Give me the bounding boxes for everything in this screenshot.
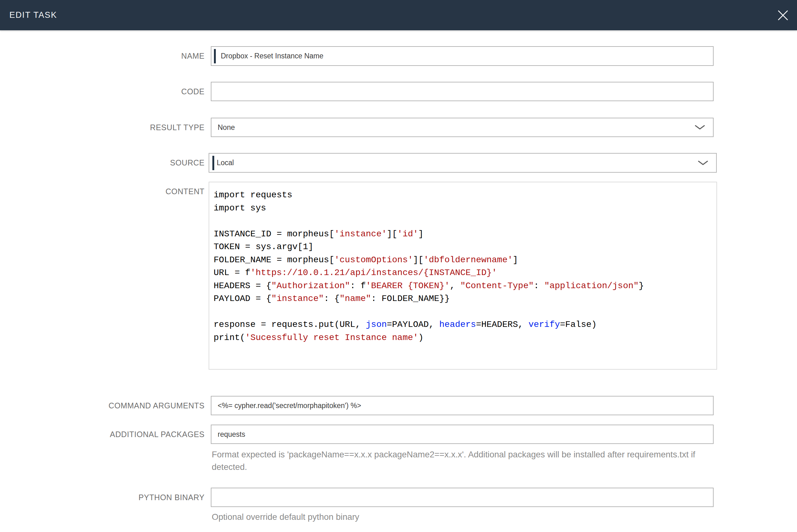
code-token: 'instance' — [334, 229, 387, 239]
code-label: CODE — [0, 82, 205, 101]
python-binary-input[interactable] — [211, 488, 714, 507]
code-line: INSTANCE_ID = morpheus['instance']['id'] — [214, 228, 713, 241]
command-arguments-input-wrap — [211, 396, 714, 415]
code-token: "name" — [340, 294, 371, 303]
code-line: PAYLOAD = {"instance": {"name": FOLDER_N… — [214, 292, 713, 305]
python-binary-help: Optional override default python binary — [212, 511, 715, 523]
modal-header: EDIT TASK — [0, 0, 797, 30]
code-token: ][ — [413, 255, 424, 265]
code-line: FOLDER_NAME = morpheus['customOptions'][… — [214, 253, 713, 267]
text-cursor — [214, 49, 216, 63]
code-line — [214, 305, 713, 319]
code-line: response = requests.put(URL, json=PAYLOA… — [214, 318, 713, 331]
code-token: 'BEARER {TOKEN}' — [366, 281, 450, 291]
code-token: ] — [513, 255, 518, 265]
source-select[interactable]: Local — [209, 153, 717, 173]
command-arguments-input[interactable] — [211, 396, 714, 415]
code-line: TOKEN = sys.argv[1] — [214, 241, 713, 253]
code-token: response = requests.put(URL, — [214, 320, 366, 329]
result-type-label: RESULT TYPE — [0, 118, 205, 137]
content-label: CONTENT — [0, 182, 205, 202]
code-token: headers — [439, 320, 476, 329]
code-token: , — [450, 281, 460, 291]
code-token: =HEADERS, — [476, 320, 528, 329]
code-line — [214, 214, 713, 228]
python-binary-input-wrap — [211, 488, 714, 507]
code-token: ][ — [387, 229, 398, 239]
additional-packages-help: Format expected is 'packageName==x.x.x p… — [212, 448, 715, 473]
code-line: import sys — [214, 202, 713, 215]
code-token: 'id' — [397, 229, 418, 239]
result-type-value: None — [218, 123, 235, 132]
name-input-wrap — [211, 46, 714, 66]
close-icon — [778, 10, 788, 21]
code-token: =False) — [560, 320, 597, 329]
code-line: HEADERS = {"Authorization": f'BEARER {TO… — [214, 280, 713, 292]
code-token: json — [366, 320, 387, 329]
code-line: print('Sucessfully reset Instance name') — [214, 331, 713, 344]
command-arguments-label: COMMAND ARGUMENTS — [0, 396, 205, 415]
code-token: verify — [528, 320, 560, 329]
code-token: print( — [214, 333, 245, 342]
code-token: =PAYLOAD, — [387, 320, 439, 329]
text-cursor — [212, 156, 214, 170]
code-input[interactable] — [211, 82, 714, 101]
code-token: PAYLOAD = { — [214, 294, 271, 303]
name-label: NAME — [0, 46, 205, 66]
code-token: ] — [418, 229, 423, 239]
code-token: : — [534, 281, 544, 291]
python-binary-label: PYTHON BINARY — [0, 488, 205, 507]
chevron-down-icon — [698, 160, 708, 165]
code-token: ) — [418, 333, 423, 342]
code-token: 'dbfoldernewname' — [423, 255, 513, 265]
code-token: 'customOptions' — [334, 255, 413, 265]
additional-packages-label: ADDITIONAL PACKAGES — [0, 424, 205, 444]
code-token: "application/json" — [544, 281, 639, 291]
code-token: import sys — [214, 203, 266, 213]
code-line: URL = f'https://10.0.1.21/api/instances/… — [214, 266, 713, 280]
code-token: INSTANCE_ID = morpheus[ — [214, 229, 334, 239]
code-token: "Authorization" — [271, 281, 350, 291]
code-token: 'https://10.0.1.21/api/instances/{INSTAN… — [250, 268, 497, 278]
code-line: import requests — [214, 189, 713, 202]
code-token: FOLDER_NAME = morpheus[ — [214, 255, 334, 265]
code-token: "instance" — [271, 294, 324, 303]
close-button[interactable] — [776, 8, 790, 22]
source-label: SOURCE — [0, 153, 205, 173]
code-token: import requests — [214, 190, 292, 200]
additional-packages-input[interactable] — [211, 424, 714, 444]
code-token: 'Sucessfully reset Instance name' — [245, 333, 418, 342]
chevron-down-icon — [695, 125, 705, 130]
name-input[interactable] — [211, 46, 714, 66]
code-token: TOKEN = sys.argv[1] — [214, 242, 313, 252]
content-editor[interactable]: import requestsimport sysINSTANCE_ID = m… — [209, 182, 717, 370]
page-title: EDIT TASK — [10, 0, 57, 30]
code-token: "Content-Type" — [460, 281, 534, 291]
code-token: : { — [324, 294, 340, 303]
source-value: Local — [217, 158, 234, 167]
result-type-select[interactable]: None — [211, 118, 714, 137]
additional-packages-input-wrap — [211, 424, 714, 444]
code-input-wrap — [211, 82, 714, 101]
code-token: : f — [350, 281, 366, 291]
code-token: URL = f — [214, 268, 250, 278]
code-token: HEADERS = { — [214, 281, 271, 291]
code-token: } — [639, 281, 644, 291]
code-token: : FOLDER_NAME}} — [371, 294, 450, 303]
